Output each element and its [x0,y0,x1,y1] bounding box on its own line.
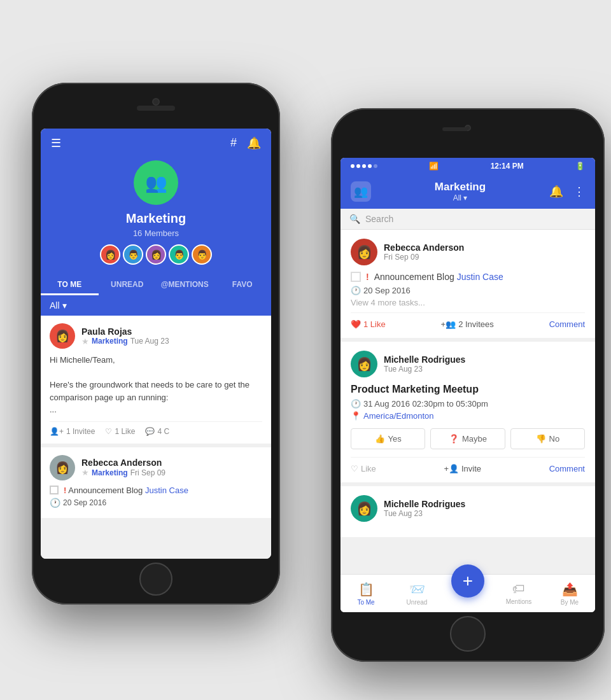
hashtag-icon[interactable]: # [230,136,237,150]
left-home-button[interactable] [139,563,172,596]
member-avatar-4[interactable]: 👨 [169,244,189,265]
avatar-rebecca[interactable]: 👩 [50,455,75,480]
footer-paula: 👤+ 1 Invitee ♡ 1 Like 💬 4 C [50,421,262,436]
likes-label: 1 Like [115,427,135,436]
r-checkbox[interactable] [351,272,361,282]
app-icon[interactable]: 👥 [351,181,371,202]
rsvp-yes-btn[interactable]: 👍 Yes [351,428,425,449]
date-paula: Tue Aug 23 [130,337,169,346]
tag-rebecca[interactable]: Marketing [92,468,128,477]
hamburger-icon[interactable]: ☰ [51,136,61,150]
r-event-title: Product Marketing Meetup [351,384,585,395]
search-placeholder: Search [365,214,393,224]
star-icon-rebecca: ★ [81,468,89,477]
right-toolbar: 👥 Marketing All ▾ 🔔 ⋮ [341,174,595,209]
r-like2-label: Like [361,464,376,473]
right-home-button[interactable] [450,616,486,652]
toolbar-more-icon[interactable]: ⋮ [573,185,585,199]
bnav-to-me[interactable]: 📋 To Me [341,578,391,610]
r-due: 🕐 20 Sep 2016 [351,286,585,295]
invitees-paula[interactable]: 👤+ 1 Invitee [50,427,95,436]
bnav-by-me[interactable]: 📤 By Me [544,578,595,610]
r-comment[interactable]: Comment [549,319,585,329]
card-header-paula: 👩 Paula Rojas ★ Marketing Tue Aug 23 [50,323,262,349]
rsvp-maybe-btn[interactable]: ❓ Maybe [430,428,505,449]
task-checkbox[interactable] [50,486,59,494]
member-avatar-5[interactable]: 👨 [192,244,212,265]
by-me-label: By Me [561,599,579,606]
tab-favorites[interactable]: FAVO [214,274,272,295]
rsvp-no-btn[interactable]: 👎 No [510,428,585,449]
member-avatar-1[interactable]: 👩 [100,244,120,265]
r-view-more[interactable]: View 4 more tasks... [351,298,585,307]
r-avatar-michelle[interactable]: 👩 [351,351,377,377]
date-rebecca: Fri Sep 09 [130,468,165,477]
meta-paula: ★ Marketing Tue Aug 23 [81,337,169,346]
bell-icon[interactable]: 🔔 [247,136,261,150]
bnav-unread[interactable]: 📨 Unread [391,578,442,610]
r-card-michelle: 👩 Michelle Rodrigues Tue Aug 23 Product … [341,342,595,482]
r-avatar-rebecca[interactable]: 👩 [351,239,377,265]
heart-icon: ♡ [105,427,112,436]
comments-paula[interactable]: 💬 4 C [145,427,169,436]
toolbar-center: Marketing All ▾ [435,181,486,202]
unread-label: Unread [407,599,428,606]
filter-chevron: ▾ [62,300,67,311]
r-location-label: America/Edmonton [363,411,434,421]
r-invitees[interactable]: +👥 2 Invitees [441,319,494,329]
member-avatar-3[interactable]: 👩 [146,244,166,265]
r-like2[interactable]: ♡ Like [351,464,376,473]
mentions-label: Mentions [506,598,532,605]
r-avatar-michelle2[interactable]: 👩 [351,495,377,522]
group-name: Marketing [51,211,261,226]
tab-unread[interactable]: UNREAD [99,274,157,295]
member-avatars: 👩 👨 👩 👨 👨 [51,244,261,265]
bnav-mentions[interactable]: 🏷 Mentions [493,578,544,609]
comments-label: 4 C [157,427,169,436]
group-members: 16 Members [51,228,261,238]
add-button[interactable]: + [451,564,484,598]
r-date-michelle: Tue Aug 23 [384,365,465,374]
r-clock-icon: 🕐 [351,286,361,295]
group-avatar: 👥 [134,160,178,205]
right-feed: 👩 Rebecca Anderson Fri Sep 09 ! Announce… [341,230,595,574]
invitees-label: 1 Invitee [66,427,95,436]
toolbar-bell-icon[interactable]: 🔔 [549,185,563,199]
r-due-date: 20 Sep 2016 [363,286,411,295]
search-bar[interactable]: 🔍 Search [341,209,595,230]
r-invite-label: Invite [461,464,481,473]
r-likes[interactable]: ❤️ 1 Like [351,319,386,329]
r-name-rebecca: Rebecca Anderson [384,242,464,253]
member-avatar-2[interactable]: 👨 [123,244,143,265]
wifi-icon: 📶 [429,162,439,171]
tab-mentions[interactable]: @MENTIONS [156,274,214,295]
left-camera [152,98,160,106]
tab-to-me[interactable]: TO ME [41,274,99,295]
by-me-icon: 📤 [562,582,578,597]
r-invite[interactable]: +👤 Invite [444,464,481,473]
card-header-rebecca: 👩 Rebecca Anderson ★ Marketing Fri Sep 0… [50,455,262,480]
bottom-nav: 📋 To Me 📨 Unread + 🏷 Mentions [341,574,595,612]
avatar-paula[interactable]: 👩 [50,323,75,349]
r-date-michelle2: Tue Aug 23 [384,509,465,518]
r-name-michelle2: Michelle Rodrigues [384,499,465,509]
status-time: 12:14 PM [491,162,524,171]
rsvp-maybe-label: Maybe [462,434,487,444]
r-comment2[interactable]: Comment [549,464,585,473]
r-footer-rebecca: ❤️ 1 Like +👥 2 Invitees Comment [351,312,585,329]
tag-paula[interactable]: Marketing [92,337,128,346]
task-link-justin-r[interactable]: Justin Case [457,272,503,282]
likes-paula[interactable]: ♡ 1 Like [105,427,135,436]
task-link-justin[interactable]: Justin Case [145,486,188,495]
invitees-plus-icon: +👥 [441,319,456,329]
filter-label: All [50,300,60,311]
left-header-top: ☰ # 🔔 [51,136,261,150]
r-header-michelle2: 👩 Michelle Rodrigues Tue Aug 23 [351,495,585,522]
meta-rebecca: ★ Marketing Fri Sep 09 [81,468,165,477]
location-pin-icon: 📍 [351,411,361,421]
left-filter-bar[interactable]: All ▾ [41,295,271,316]
r-rsvp-bar: 👍 Yes ❓ Maybe 👎 No [351,428,585,449]
toolbar-subtitle[interactable]: All ▾ [435,193,486,202]
clock-icon: 🕐 [50,498,60,508]
search-icon: 🔍 [349,214,360,224]
